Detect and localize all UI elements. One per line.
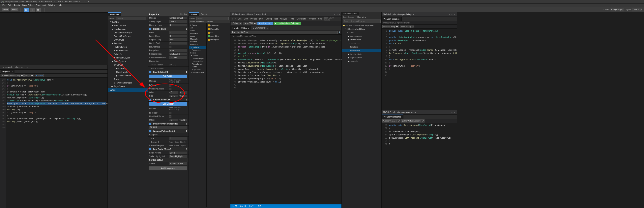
- folder-player[interactable]: PlayerScripts: [189, 63, 206, 65]
- folder-platforms[interactable]: Platforms: [189, 43, 206, 46]
- menu-assets[interactable]: Assets: [12, 4, 21, 6]
- sol-lootsystem[interactable]: LootSystem: [342, 49, 382, 52]
- wm-max[interactable]: □: [452, 111, 453, 113]
- method-label[interactable]: ▶ Start(): [35, 74, 44, 77]
- hier-item-levelmanager[interactable]: ▼ LevelManager: [108, 28, 148, 31]
- hier-item-eventsystem[interactable]: ▼ EventSystem: [108, 60, 148, 63]
- cc-offset-y[interactable]: -0.21: [180, 119, 187, 121]
- wm-min[interactable]: −: [449, 111, 450, 113]
- is-check[interactable]: [149, 148, 152, 150]
- folder-materials[interactable]: Materials: [189, 38, 206, 40]
- menu-window[interactable]: Window: [47, 4, 56, 6]
- bc-size-y[interactable]: 0.75: [180, 95, 187, 97]
- sprite-highlighted-value[interactable]: SwordHighlight: [169, 155, 187, 158]
- sol-solution[interactable]: 📁 Solution '2DSideScroller' (1 project): [342, 24, 382, 27]
- sol-project[interactable]: ▼ 2DSideScroller.CSharp: [342, 27, 382, 31]
- hier-item-chestinv[interactable]: ChestInventory: [108, 70, 148, 74]
- wm-method-dropdown[interactable]: public UpdateWeapon(): [401, 119, 424, 122]
- tab-hierarchy[interactable]: Hierarchy: [108, 12, 121, 16]
- bc-material-value[interactable]: None (Physics Material 2D): [169, 79, 187, 83]
- folder-assets[interactable]: ▼ Assets: [189, 24, 206, 27]
- sol-inventory[interactable]: ▶ InventoryScri...: [342, 52, 382, 56]
- hier-item-guicanvas[interactable]: GUICanvas: [108, 38, 148, 42]
- cc-effector-check[interactable]: [169, 115, 172, 118]
- destroy-section[interactable]: Destroy Over Time (Script) ⚙: [148, 122, 188, 126]
- folder-fonts[interactable]: Fonts: [189, 35, 206, 38]
- wp-class-dropdown[interactable]: WeaponPickup: [382, 25, 399, 28]
- current-weapon-value[interactable]: None (Game Object): [169, 145, 187, 147]
- hierarchy-search[interactable]: [116, 17, 146, 20]
- circle-collider-section[interactable]: Circle Collider 2D ⚙: [148, 98, 188, 102]
- hier-item-random[interactable]: ▼ RandomLayout: [108, 56, 148, 60]
- wp-close[interactable]: ×: [454, 13, 455, 16]
- lighting-tab[interactable]: Lighting: [180, 13, 187, 15]
- wp-settings-icon[interactable]: ⚙: [186, 130, 187, 132]
- destroy-check[interactable]: [149, 122, 152, 125]
- hier-item-invcanvas[interactable]: InvCanvas: [108, 63, 148, 67]
- player-max-icon[interactable]: □: [26, 66, 28, 68]
- hier-item-temple[interactable]: ▶ TempleObject: [108, 49, 148, 53]
- vs-build[interactable]: Build: [258, 18, 264, 20]
- hier-item-stackback[interactable]: ▶ StackSlotBack: [108, 74, 148, 78]
- sol-itemscript[interactable]: ItemScript: [342, 45, 382, 49]
- cc-trigger-check[interactable]: [169, 112, 172, 114]
- destroy-settings-icon[interactable]: ⚙: [186, 123, 187, 125]
- sleeping-value[interactable]: Start Awake: [169, 53, 187, 55]
- hier-item-combatcanvas[interactable]: CombatTextCanvas: [108, 35, 148, 38]
- vs-ext[interactable]: Extensions: [296, 18, 307, 20]
- edit-collider-btn[interactable]: Edit Collider: [149, 75, 187, 78]
- vs-window[interactable]: Window: [308, 18, 317, 20]
- sol-combat[interactable]: ▶ CombatScripts: [342, 34, 382, 38]
- hier-item-traps[interactable]: Traps: [108, 78, 148, 81]
- bc-size-x[interactable]: 0.75: [170, 95, 178, 97]
- vs-max-btn[interactable]: □: [336, 13, 337, 16]
- step-button[interactable]: ⏭: [36, 8, 41, 12]
- vs-tab-inventory[interactable]: InventorySCSharp: [230, 26, 251, 30]
- proj-file-3[interactable]: ItemObject: [208, 34, 230, 38]
- weapons-size-value[interactable]: 1: [169, 137, 187, 140]
- menu-file[interactable]: File: [1, 4, 7, 6]
- tab-project[interactable]: Project: [189, 12, 199, 16]
- folder-combat[interactable]: CombatScripts: [189, 57, 206, 60]
- pivot-button[interactable]: Pivot: [2, 8, 10, 11]
- wp-min[interactable]: −: [449, 13, 450, 16]
- proj-file-1[interactable]: MovingSlot: [208, 27, 230, 31]
- kinematic-check[interactable]: [169, 46, 172, 48]
- wp-check[interactable]: [149, 130, 152, 132]
- cc-material-value[interactable]: None (Physics Material 2D): [169, 107, 187, 111]
- solution-search[interactable]: [343, 20, 380, 23]
- menu-component[interactable]: Component: [34, 4, 47, 6]
- project-search[interactable]: [196, 17, 229, 20]
- folder-streaming[interactable]: StreamingAssets: [189, 71, 206, 74]
- close-tab-icon[interactable]: ×: [12, 71, 13, 73]
- wm-class-dropdown[interactable]: WeaponManager: [382, 119, 400, 122]
- class-view-tab[interactable]: Class View: [356, 16, 367, 18]
- bc-offset-x[interactable]: 0: [170, 91, 178, 94]
- vs-min-btn[interactable]: −: [334, 13, 335, 16]
- hier-item-level1[interactable]: ▼ Level1*: [108, 20, 148, 24]
- bc-check[interactable]: [149, 71, 152, 73]
- folder-puzzle[interactable]: Puzzle: [189, 65, 206, 68]
- local-button[interactable]: Local: [10, 8, 19, 11]
- angular-drag-value[interactable]: 0.05: [169, 38, 187, 41]
- rb-check[interactable]: [149, 28, 152, 30]
- sol-assets[interactable]: ▼ Assets: [342, 31, 382, 34]
- bc-effector-check[interactable]: [169, 88, 172, 90]
- vs-debug[interactable]: Debug: [265, 18, 272, 20]
- hier-item-sword[interactable]: Sword: [108, 88, 148, 92]
- cc-check[interactable]: [149, 98, 152, 101]
- wp-tab[interactable]: WeaponPickup.cs: [382, 17, 402, 21]
- attach-unity-btn[interactable]: Attach to Unity: [258, 22, 273, 25]
- tab-console[interactable]: Console: [199, 12, 210, 16]
- hier-item-enemies[interactable]: ▼ Enemies: [108, 42, 148, 45]
- weapon-pickup-section[interactable]: Weapon Pickup (Script) ⚙: [148, 129, 188, 133]
- hier-item-combattext[interactable]: CombatTextManager: [108, 31, 148, 35]
- bc-trigger-check[interactable]: [169, 84, 172, 87]
- sol-item-scripts[interactable]: ▼ ItemScripts: [342, 42, 382, 45]
- folder-audio[interactable]: Audio: [189, 29, 206, 32]
- sol-tab-explorer[interactable]: Solution Explorer: [342, 12, 359, 15]
- mass-value[interactable]: 1: [169, 31, 187, 34]
- cc-edit-collider-btn[interactable]: Edit Collider: [149, 102, 187, 106]
- platform-select[interactable]: Any CPU: [243, 22, 257, 25]
- weapons-element-value[interactable]: None (Game Object): [169, 141, 187, 143]
